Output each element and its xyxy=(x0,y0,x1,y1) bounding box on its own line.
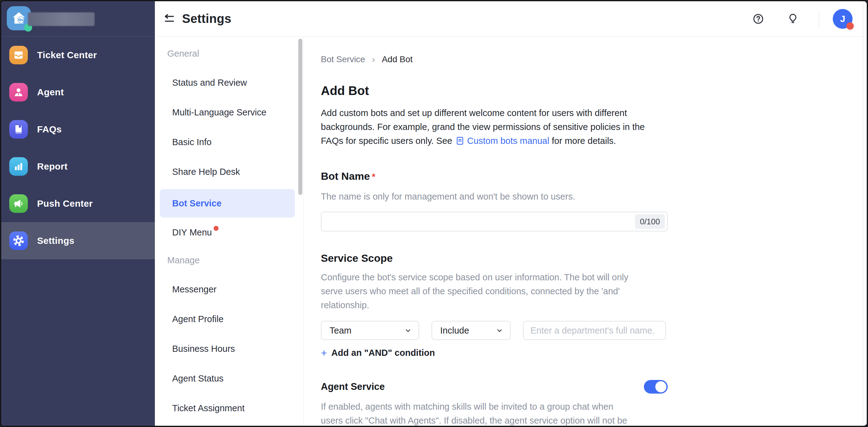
agent-service-description: If enabled, agents with matching skills … xyxy=(321,400,634,426)
subnav-item-messenger[interactable]: Messenger xyxy=(155,275,304,304)
bot-name-heading: Bot Name * xyxy=(321,170,668,183)
sidebar-item-push-center[interactable]: Push Center xyxy=(1,185,155,222)
subnav-scrollbar-thumb[interactable] xyxy=(298,39,302,195)
subnav-item-label: Business Hours xyxy=(172,344,235,354)
subnav-item-agent-status[interactable]: Agent Status xyxy=(155,364,304,393)
sidebar-item-faqs[interactable]: FAQs xyxy=(1,111,155,148)
subnav-item-share-help-desk[interactable]: Share Help Desk xyxy=(155,157,304,187)
service-scope-description: Configure the bot's service scope based … xyxy=(321,271,644,312)
brand-row xyxy=(1,1,155,36)
lightbulb-icon[interactable] xyxy=(784,10,802,28)
agent-service-row: Agent Service xyxy=(321,380,668,394)
agent-service-toggle[interactable] xyxy=(644,380,668,394)
workspace-name-redacted xyxy=(28,12,95,26)
subnav-item-multi-language-service[interactable]: Multi-Language Service xyxy=(155,97,304,127)
sidebar-item-ticket-center[interactable]: Ticket Center xyxy=(1,36,155,74)
subnav-item-label: Share Help Desk xyxy=(172,167,240,177)
bot-name-label: Bot Name xyxy=(321,170,370,182)
breadcrumb: Bot Service › Add Bot xyxy=(321,54,668,65)
bot-name-input[interactable] xyxy=(321,211,668,231)
intro-text-after: for more details. xyxy=(549,136,616,146)
sidebar-item-settings[interactable]: Settings xyxy=(1,222,155,259)
sidebar-item-label: Ticket Center xyxy=(37,50,97,60)
subnav-item-business-hours[interactable]: Business Hours xyxy=(155,334,304,364)
sidebar-item-label: Report xyxy=(37,161,67,172)
condition-value-input[interactable] xyxy=(523,321,666,340)
breadcrumb-add-bot: Add Bot xyxy=(382,54,413,64)
subnav-item-label: Agent Status xyxy=(172,373,223,384)
sidebar-item-label: FAQs xyxy=(37,124,62,135)
sidebar-item-label: Push Center xyxy=(37,198,93,209)
custom-bots-manual-link[interactable]: Custom bots manual xyxy=(467,136,549,146)
megaphone-icon xyxy=(9,194,28,213)
settings-subnav: General Status and Review Multi-Language… xyxy=(155,37,304,426)
condition-row: Team Include xyxy=(321,321,668,340)
char-counter: 0/100 xyxy=(635,215,665,229)
inbox-icon xyxy=(9,46,28,64)
intro-paragraph: Add custom bots and set up different wel… xyxy=(321,106,658,149)
page-scrollbar-track[interactable] xyxy=(863,1,867,426)
bar-chart-icon xyxy=(9,157,28,176)
subnav-item-label: Messenger xyxy=(172,284,216,294)
person-icon xyxy=(9,83,28,102)
subnav-item-label: Basic Info xyxy=(172,137,211,147)
collapse-sidebar-icon[interactable] xyxy=(162,11,177,26)
subnav-section-general: General xyxy=(155,48,304,60)
condition-field-select[interactable]: Team xyxy=(321,321,419,340)
help-icon[interactable] xyxy=(750,10,767,28)
condition-field-value: Team xyxy=(330,325,351,336)
agent-service-label: Agent Service xyxy=(321,381,385,392)
document-icon xyxy=(455,136,465,149)
chevron-right-icon: › xyxy=(372,54,375,65)
sidebar-item-agent[interactable]: Agent xyxy=(1,74,155,111)
app-window: Ticket Center Agent FAQs Report Push Cen xyxy=(0,0,868,427)
avatar-initial: J xyxy=(840,13,845,24)
add-condition-label: Add an "AND" condition xyxy=(331,347,435,358)
topbar: Settings J xyxy=(155,1,867,36)
required-asterisk: * xyxy=(372,170,376,183)
add-and-condition-button[interactable]: + Add an "AND" condition xyxy=(321,347,435,358)
subnav-item-ticket-assignment[interactable]: Ticket Assignment xyxy=(155,393,304,423)
sidebar-item-report[interactable]: Report xyxy=(1,148,155,185)
bot-name-input-wrap: 0/100 xyxy=(321,211,668,231)
sidebar-item-label: Agent xyxy=(37,87,64,97)
subnav-item-label: Status and Review xyxy=(172,78,247,88)
service-scope-heading: Service Scope xyxy=(321,252,668,264)
subnav-section-manage: Manage xyxy=(155,255,304,267)
gear-icon xyxy=(9,231,28,250)
avatar[interactable]: J xyxy=(833,9,852,29)
chevron-down-icon xyxy=(404,326,412,335)
main-content: Bot Service › Add Bot Add Bot Add custom… xyxy=(304,37,863,426)
plus-icon: + xyxy=(321,347,327,358)
topbar-right: J xyxy=(750,9,867,29)
breadcrumb-bot-service[interactable]: Bot Service xyxy=(321,54,365,64)
house-key-icon xyxy=(11,10,27,26)
page-title: Add Bot xyxy=(321,83,668,98)
subnav-item-label: DIY Menu xyxy=(172,227,212,238)
subnav-item-label: Agent Profile xyxy=(172,314,223,324)
subnav-item-label: Ticket Assignment xyxy=(172,403,245,414)
subnav-item-agent-profile[interactable]: Agent Profile xyxy=(155,304,304,334)
book-icon xyxy=(9,120,28,139)
condition-operator-value: Include xyxy=(440,325,469,336)
sidebar-item-label: Settings xyxy=(37,235,74,246)
subnav-item-diy-menu[interactable]: DIY Menu xyxy=(155,218,304,247)
diy-menu-badge-dot xyxy=(214,226,219,231)
chevron-down-icon xyxy=(495,326,504,335)
page-title-topbar: Settings xyxy=(182,12,231,26)
subnav-item-label: Bot Service xyxy=(172,198,222,208)
topbar-divider xyxy=(819,10,819,28)
condition-operator-select[interactable]: Include xyxy=(432,321,511,340)
subnav-item-bot-service[interactable]: Bot Service xyxy=(160,189,295,218)
toggle-knob xyxy=(655,381,666,392)
subnav-item-label: Multi-Language Service xyxy=(172,107,267,118)
notification-dot xyxy=(846,22,854,30)
service-scope-label: Service Scope xyxy=(321,252,393,264)
subnav-item-basic-info[interactable]: Basic Info xyxy=(155,127,304,157)
subnav-item-status-and-review[interactable]: Status and Review xyxy=(155,68,304,97)
primary-sidebar: Ticket Center Agent FAQs Report Push Cen xyxy=(1,1,155,426)
bot-name-hint: The name is only for management and won'… xyxy=(321,190,668,204)
